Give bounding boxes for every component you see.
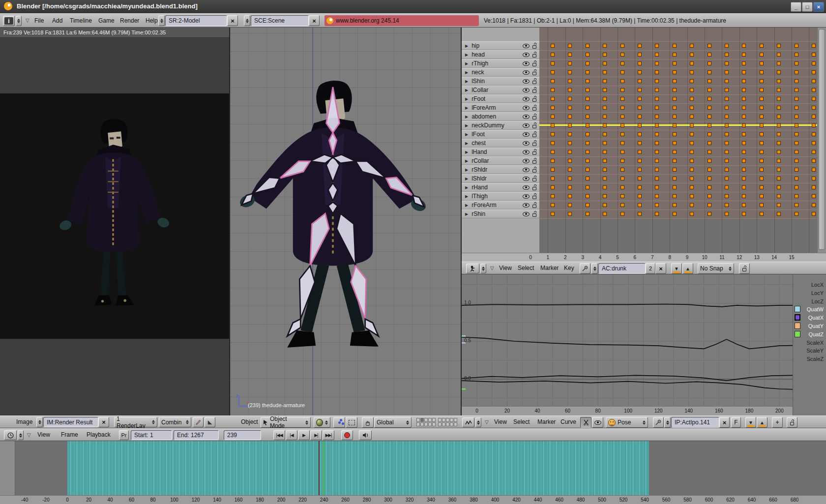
keyframe[interactable] (551, 106, 555, 110)
channel-name[interactable]: neckDummy (472, 122, 523, 129)
keyframe[interactable] (551, 123, 555, 127)
action-channel-row[interactable]: ▶rShin (462, 209, 539, 218)
eye-icon[interactable] (523, 168, 530, 172)
eye-icon[interactable] (523, 203, 530, 208)
eye-icon[interactable] (523, 61, 530, 66)
keyframe[interactable] (742, 44, 746, 48)
copy-curve-down-button[interactable]: ▼ (745, 417, 756, 428)
keyframe[interactable] (638, 132, 642, 136)
lock-open-icon[interactable] (532, 60, 537, 67)
armature-bones[interactable] (241, 87, 424, 336)
keyframe[interactable] (708, 88, 711, 92)
lock-open-icon[interactable] (532, 184, 537, 191)
ipo-channel-QuatY[interactable]: QuatY (793, 322, 826, 330)
keyframe[interactable] (673, 168, 677, 172)
eye-icon[interactable] (523, 44, 530, 48)
keyframe[interactable] (812, 70, 816, 74)
ip-menu-marker[interactable]: Marker (537, 416, 556, 428)
keyframe[interactable] (603, 150, 607, 154)
keyframe[interactable] (690, 53, 694, 57)
keyframe[interactable] (725, 123, 729, 127)
keyframe[interactable] (673, 53, 677, 57)
keyframe[interactable] (795, 106, 798, 110)
action-channel-row[interactable]: ▶chest (462, 139, 539, 148)
menu-game[interactable]: Game (98, 14, 115, 27)
keyframe[interactable] (708, 53, 711, 57)
lock-open-icon[interactable] (532, 122, 537, 129)
keyframe[interactable] (638, 177, 642, 180)
lock-open-icon[interactable] (532, 96, 537, 102)
layer-button[interactable] (432, 422, 436, 426)
channel-name[interactable]: rForeArm (472, 202, 523, 208)
keyframe[interactable] (777, 88, 781, 92)
layer-button[interactable] (424, 422, 428, 426)
keyframe[interactable] (551, 141, 555, 145)
action-channel-row[interactable]: ▶hip (462, 41, 539, 50)
keyframe[interactable] (760, 88, 764, 92)
action-vertical-scrollbar[interactable] (817, 28, 826, 253)
keyframe[interactable] (620, 97, 624, 101)
ipo-channel-label[interactable]: QuatW (807, 306, 824, 312)
keyframe[interactable] (760, 203, 764, 207)
pane-divider[interactable] (229, 28, 230, 415)
timeline-type-toggle[interactable] (18, 430, 24, 440)
keyframe[interactable] (603, 97, 607, 101)
keyframe[interactable] (795, 53, 798, 57)
keyframe[interactable] (708, 61, 711, 65)
ipo-unlink-button[interactable]: × (719, 417, 730, 428)
keyframe[interactable] (638, 203, 642, 207)
keyframe[interactable] (812, 203, 816, 207)
keyframe[interactable] (673, 141, 677, 145)
action-menu-select[interactable]: Select (518, 262, 534, 274)
action-channel-row[interactable]: ▶head (462, 50, 539, 59)
channel-name[interactable]: rFoot (472, 95, 523, 102)
lock-open-icon[interactable] (532, 52, 537, 58)
keyframe[interactable] (620, 203, 624, 207)
action-channel-row[interactable]: ▶rFoot (462, 94, 539, 103)
keyframe[interactable] (812, 53, 816, 57)
keyframe[interactable] (586, 97, 590, 101)
ipo-channel-QuatZ[interactable]: QuatZ (793, 330, 826, 338)
layer-button[interactable] (438, 418, 442, 422)
ipo-channel-label[interactable]: QuatY (808, 323, 824, 329)
channel-name[interactable]: lForeArm (472, 104, 523, 111)
keyframe[interactable] (777, 150, 781, 154)
channel-expand-icon[interactable]: ▶ (465, 115, 468, 119)
keyframe[interactable] (795, 88, 798, 92)
edit-curve-button[interactable] (580, 417, 591, 428)
keyframe[interactable] (795, 44, 798, 48)
keyframe[interactable] (708, 150, 711, 154)
keyframe[interactable] (777, 177, 781, 180)
keyframe[interactable] (725, 53, 729, 57)
lock-open-icon[interactable] (532, 131, 537, 138)
keyframe[interactable] (568, 115, 572, 119)
timeline-menu-frame[interactable]: Frame (61, 429, 78, 441)
keyframe[interactable] (742, 115, 746, 119)
keyframe[interactable] (586, 132, 590, 136)
keyframe[interactable] (708, 97, 711, 101)
titlebar[interactable]: Blender [/home/csgrads/macchiea/myundead… (0, 0, 826, 14)
layer-button[interactable] (432, 418, 436, 422)
keyframe[interactable] (708, 115, 711, 119)
keyframe[interactable] (603, 44, 607, 48)
keyframe[interactable] (690, 97, 694, 101)
channel-expand-icon[interactable]: ▶ (465, 61, 468, 66)
keyframe[interactable] (620, 79, 624, 83)
keyframe[interactable] (742, 168, 746, 172)
keyframe[interactable] (760, 132, 764, 136)
keyframe[interactable] (620, 141, 624, 145)
keyframe[interactable] (742, 150, 746, 154)
keyframe[interactable] (708, 123, 711, 127)
keyframe[interactable] (760, 61, 764, 65)
keyframe[interactable] (655, 115, 659, 119)
keyframe[interactable] (620, 185, 624, 189)
keyframe[interactable] (586, 194, 590, 198)
keyframe[interactable] (777, 97, 781, 101)
current-frame-line[interactable] (323, 441, 324, 495)
layer-button[interactable] (416, 422, 420, 426)
channel-name[interactable]: lShin (472, 78, 523, 85)
keyframe[interactable] (760, 185, 764, 189)
keyframe[interactable] (777, 123, 781, 127)
eye-icon[interactable] (523, 159, 530, 163)
image-unlink-button[interactable]: × (98, 417, 109, 427)
